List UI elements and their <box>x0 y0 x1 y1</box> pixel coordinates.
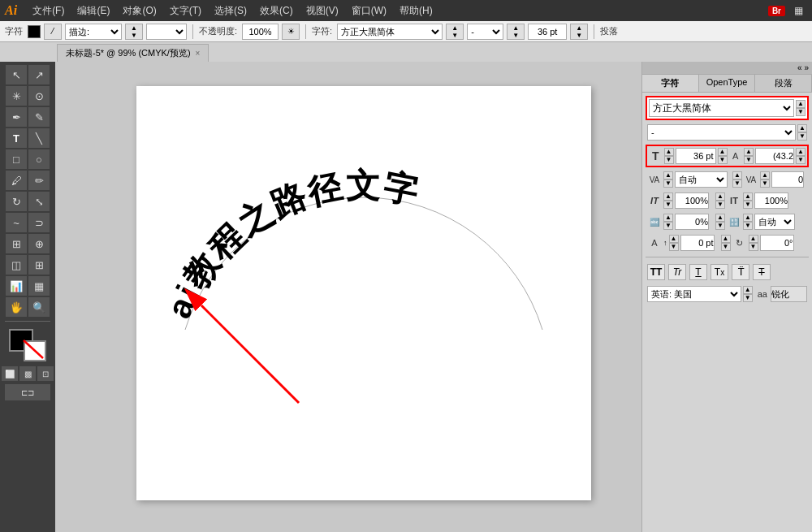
bs-up[interactable]: ▲ <box>663 214 673 222</box>
leading-input[interactable] <box>755 148 794 164</box>
aa-input[interactable] <box>771 286 807 302</box>
menu-object[interactable]: 对象(O) <box>117 2 162 19</box>
fill-color-swatch[interactable] <box>28 25 41 38</box>
full-screen-btn[interactable]: ⊡ <box>37 366 54 381</box>
add-anchor-tool[interactable]: ✎ <box>28 107 50 127</box>
horiz-down[interactable]: ▼ <box>663 201 673 209</box>
leading-up[interactable]: ▲ <box>744 148 754 156</box>
quick-mask-btn[interactable]: ▩ <box>19 366 36 381</box>
t4-up[interactable]: ▲ <box>715 214 725 222</box>
width-tool[interactable]: ⊃ <box>28 213 50 232</box>
language-select[interactable]: 英语: 美国 <box>647 286 741 302</box>
tab-paragraph[interactable]: 段落 <box>755 75 812 92</box>
document-tab[interactable]: 未标题-5* @ 99% (CMYK/预览) × <box>57 44 209 62</box>
leading-down[interactable]: ▼ <box>744 156 754 164</box>
font-style-down[interactable]: ▼ <box>797 132 807 141</box>
style-underline-btn[interactable]: T <box>689 264 707 280</box>
lang-down[interactable]: ▼ <box>743 294 753 302</box>
vert-scale-stepper[interactable]: ▲ ▼ <box>715 192 725 209</box>
scale-tool[interactable]: ⤡ <box>28 192 50 211</box>
style-tt-btn[interactable]: TT <box>647 264 665 280</box>
tracking-down[interactable]: ▼ <box>732 179 742 188</box>
transparency-input[interactable] <box>242 24 279 40</box>
horiz-scale-input[interactable] <box>675 192 709 209</box>
direct-select-tool[interactable]: ↗ <box>28 65 50 84</box>
font-size-step[interactable]: ▲▼ <box>570 24 588 40</box>
bs-down[interactable]: ▼ <box>663 222 673 230</box>
baseline-input[interactable] <box>675 214 709 230</box>
vert-scale-input[interactable] <box>754 192 788 209</box>
tracking-stepper[interactable]: ▲ ▼ <box>732 171 742 188</box>
panel-font-style[interactable]: - <box>647 124 796 141</box>
font-size-stepper2[interactable]: ▲ ▼ <box>718 148 728 164</box>
leading2-up[interactable]: ▲ <box>796 148 806 156</box>
br-badge[interactable]: Br <box>768 6 785 16</box>
rot-up[interactable]: ▲ <box>721 235 731 243</box>
line-tool[interactable]: ╲ <box>28 128 50 148</box>
auto-select[interactable]: 自动 <box>754 214 795 230</box>
rot2-down[interactable]: ▼ <box>749 243 758 251</box>
hand-tool[interactable]: 🖐 <box>6 297 27 317</box>
panel-collapse-bar[interactable]: « » <box>642 62 812 75</box>
rotation-input[interactable] <box>760 235 794 251</box>
zoom-tool[interactable]: 🔍 <box>28 297 50 317</box>
chart-tool[interactable]: 📊 <box>6 276 27 296</box>
style-sub-btn[interactable]: Tx <box>710 264 728 280</box>
horiz-scale-stepper[interactable]: ▲ ▼ <box>663 192 673 209</box>
menu-select[interactable]: 选择(S) <box>209 2 253 19</box>
column-graph-tool[interactable]: ▦ <box>28 276 50 296</box>
font-size-input[interactable] <box>528 24 567 40</box>
brush-tool[interactable]: 🖊 <box>6 171 27 190</box>
tab-character[interactable]: 字符 <box>642 75 699 92</box>
font-size-up[interactable]: ▲▼ <box>507 24 525 40</box>
font-size-panel-input[interactable] <box>676 148 716 164</box>
stroke-dropdown[interactable]: 描边: <box>65 24 122 40</box>
layout-icon[interactable]: ▦ <box>790 3 807 18</box>
style-sup-btn[interactable]: T̈ <box>732 264 749 280</box>
background-swatch[interactable] <box>24 340 46 361</box>
leading2-down[interactable]: ▼ <box>796 156 806 164</box>
font-family-down[interactable]: ▼ <box>796 108 806 116</box>
menu-file[interactable]: 文件(F) <box>27 2 70 19</box>
gradient-tool[interactable]: ◫ <box>6 255 27 275</box>
type-tool[interactable]: T <box>6 128 27 148</box>
rot-down[interactable]: ▼ <box>721 243 731 251</box>
style-strike-btn[interactable]: T <box>753 264 771 280</box>
rotation-stepper[interactable]: ▲ ▼ <box>721 235 731 251</box>
menu-edit[interactable]: 编辑(E) <box>71 2 115 19</box>
rotation-stepper2[interactable]: ▲ ▼ <box>749 235 758 251</box>
font-size2-up[interactable]: ▲ <box>718 148 728 156</box>
rotate-tool[interactable]: ↻ <box>6 192 27 211</box>
vert2-up[interactable]: ▲ <box>743 192 753 201</box>
rot2-up[interactable]: ▲ <box>749 235 758 243</box>
mesh-tool[interactable]: ⊞ <box>28 255 50 275</box>
leading-stepper2[interactable]: ▲ ▼ <box>796 148 806 164</box>
vert-down[interactable]: ▼ <box>715 201 725 209</box>
font-family-up[interactable]: ▲ <box>796 100 806 108</box>
bss-down[interactable]: ▼ <box>669 243 679 251</box>
horiz-up[interactable]: ▲ <box>663 192 673 201</box>
tab-close-btn[interactable]: × <box>196 49 201 58</box>
leading-stepper[interactable]: ▲ ▼ <box>744 148 754 164</box>
tracking-up[interactable]: ▲ <box>732 171 742 179</box>
transparency-icon[interactable]: ☀ <box>282 24 300 40</box>
rect-tool[interactable]: □ <box>6 149 27 169</box>
tracking-input[interactable] <box>771 171 804 188</box>
vert-up[interactable]: ▲ <box>715 192 725 201</box>
tracking2-up[interactable]: ▲ <box>760 171 770 179</box>
tracking4-stepper[interactable]: ▲ ▼ <box>715 214 725 230</box>
auto-up[interactable]: ▲ <box>743 214 753 222</box>
kerning-select[interactable]: 自动 <box>675 171 728 188</box>
font-style-up[interactable]: ▲ <box>797 124 807 132</box>
tracking2-down[interactable]: ▼ <box>760 179 770 188</box>
menu-help[interactable]: 帮助(H) <box>394 2 438 19</box>
style-tr-btn[interactable]: Tr <box>668 264 686 280</box>
font-size-toolbar[interactable]: - <box>467 24 503 40</box>
font-family-stepper[interactable]: ▲ ▼ <box>796 100 806 116</box>
menu-effect[interactable]: 效果(C) <box>254 2 299 19</box>
vert-scale-stepper2[interactable]: ▲ ▼ <box>743 192 753 209</box>
kerning-up[interactable]: ▲ <box>663 171 673 179</box>
menu-view[interactable]: 视图(V) <box>300 2 344 19</box>
bs-shift-stepper[interactable]: ▲ ▼ <box>669 235 679 251</box>
lang-up[interactable]: ▲ <box>743 286 753 294</box>
